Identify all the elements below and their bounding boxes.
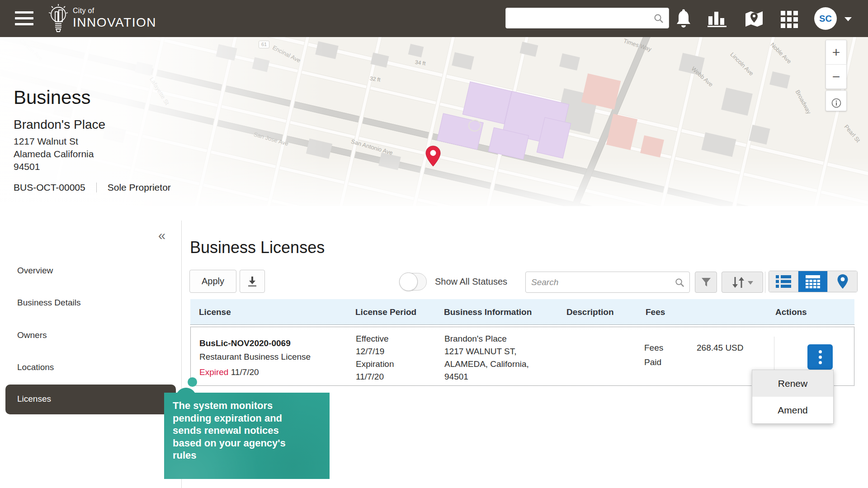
- period-effective-date: 12/7/19: [356, 345, 384, 358]
- apps-grid-icon[interactable]: [781, 11, 798, 30]
- search-icon[interactable]: [675, 277, 685, 290]
- map-canvas[interactable]: Encinal Ave San Antonio Ave San Jose Ave…: [0, 37, 868, 206]
- tooltip-anchor-dot: [188, 377, 197, 387]
- page-title: Business: [14, 87, 90, 108]
- license-number[interactable]: BusLic-NOV2020-0069: [199, 337, 291, 350]
- menu-item-amend[interactable]: Amend: [752, 397, 833, 423]
- map-info-button[interactable]: [826, 91, 846, 111]
- city-logo-icon: [46, 3, 71, 36]
- column-header-business-information: Business Information: [444, 307, 532, 317]
- apply-button[interactable]: Apply: [189, 270, 236, 293]
- grid-view-icon: [805, 275, 821, 288]
- table-search-input[interactable]: [531, 272, 667, 292]
- business-address: 1217 Walnut St Alameda California 94501: [14, 135, 94, 173]
- map-view-button[interactable]: [828, 271, 857, 292]
- sidebar-item-label: Licenses: [17, 394, 51, 404]
- filter-funnel-icon: [701, 277, 712, 288]
- column-header-actions: Actions: [775, 307, 807, 317]
- address-line: Alameda California: [14, 148, 94, 160]
- divider: [765, 272, 765, 293]
- period-expiration-date: 11/7/20: [356, 371, 384, 383]
- menu-item-renew[interactable]: Renew: [752, 370, 833, 397]
- app-window: Encinal Ave San Antonio Ave San Jose Ave…: [0, 0, 868, 488]
- business-id: BUS-OCT-00005: [14, 182, 85, 192]
- map-pin-view-icon: [837, 274, 849, 289]
- sidebar-item-licenses[interactable]: Licenses: [5, 385, 176, 414]
- download-icon: [246, 276, 258, 287]
- license-status-line: Expired 11/7/20: [199, 366, 259, 379]
- sidebar-item-overview[interactable]: Overview: [17, 266, 53, 276]
- sidebar-item-locations[interactable]: Locations: [17, 362, 54, 372]
- tooltip-text: The system monitors pending expiration a…: [173, 399, 330, 462]
- grid-view-button[interactable]: [798, 271, 828, 292]
- notifications-bell-icon[interactable]: [675, 9, 693, 31]
- list-view-button[interactable]: [769, 271, 798, 292]
- hamburger-menu-button[interactable]: [15, 11, 33, 26]
- status-date: 11/7/20: [231, 367, 259, 377]
- sidebar-item-owners[interactable]: Owners: [17, 330, 47, 340]
- business-info-city: ALAMEDA, California,: [444, 358, 529, 371]
- list-view-icon: [776, 275, 791, 288]
- period-effective-label: Effective: [356, 333, 389, 345]
- fees-amount: 268.45 USD: [697, 342, 744, 354]
- app-header: City of INNOVATION: [0, 0, 868, 37]
- divider: [96, 183, 97, 192]
- row-actions-kebab-button[interactable]: [807, 344, 833, 370]
- table-search: [525, 272, 690, 293]
- map-nav-icon[interactable]: [744, 10, 764, 30]
- business-info-name: Brandon's Place: [444, 333, 507, 345]
- divider: [774, 337, 774, 370]
- view-switcher: [769, 271, 858, 292]
- period-expiration-label: Expiration: [356, 358, 394, 371]
- brand-wordmark: City of INNOVATION: [73, 7, 156, 30]
- map-location-pin[interactable]: [425, 145, 441, 169]
- sidebar-collapse-button[interactable]: «: [158, 228, 165, 243]
- show-all-statuses-toggle[interactable]: [400, 273, 427, 291]
- brand-innovation: INNOVATION: [73, 15, 156, 30]
- actions-dropdown-menu: Renew Amend: [752, 370, 834, 424]
- column-header-fees: Fees: [646, 307, 665, 317]
- business-info-street: 1217 WALNUT ST,: [444, 345, 516, 358]
- fees-status: Paid: [644, 356, 661, 369]
- search-icon[interactable]: [653, 13, 664, 26]
- sidebar-item-business-details[interactable]: Business Details: [17, 298, 80, 308]
- user-menu-chevron-icon[interactable]: [844, 17, 852, 21]
- download-button[interactable]: [240, 270, 265, 293]
- column-header-description: Description: [566, 307, 614, 317]
- map-zoom-in-button[interactable]: +: [826, 40, 846, 64]
- sort-button[interactable]: [722, 272, 763, 293]
- fees-label: Fees: [644, 342, 663, 354]
- sort-arrows-icon: [731, 276, 754, 289]
- toggle-knob: [399, 272, 418, 291]
- global-search: [505, 8, 669, 28]
- business-id-row: BUS-OCT-00005Sole Proprietor: [14, 182, 171, 193]
- section-title: Business Licenses: [190, 238, 325, 257]
- user-avatar[interactable]: SC: [814, 7, 837, 30]
- brand-city-of: City of: [73, 7, 156, 15]
- status-badge: Expired: [199, 367, 228, 377]
- global-search-input[interactable]: [510, 8, 651, 28]
- business-name: Brandon's Place: [14, 117, 105, 132]
- renewal-tooltip: The system monitors pending expiration a…: [164, 393, 330, 479]
- info-icon: [831, 98, 841, 108]
- column-header-license: License: [199, 307, 231, 317]
- toggle-label: Show All Statuses: [435, 277, 507, 287]
- address-line: 1217 Walnut St: [14, 135, 94, 148]
- address-line: 94501: [14, 160, 94, 173]
- table-header-row: License License Period Business Informat…: [190, 299, 854, 325]
- filter-button[interactable]: [695, 272, 717, 293]
- map-zoom-out-button[interactable]: −: [826, 65, 846, 89]
- column-header-license-period: License Period: [355, 307, 416, 317]
- business-type: Sole Proprietor: [108, 182, 171, 192]
- reports-bar-chart-icon[interactable]: [707, 10, 727, 30]
- license-name: Restaurant Business License: [199, 351, 311, 363]
- business-info-zip: 94501: [444, 371, 468, 383]
